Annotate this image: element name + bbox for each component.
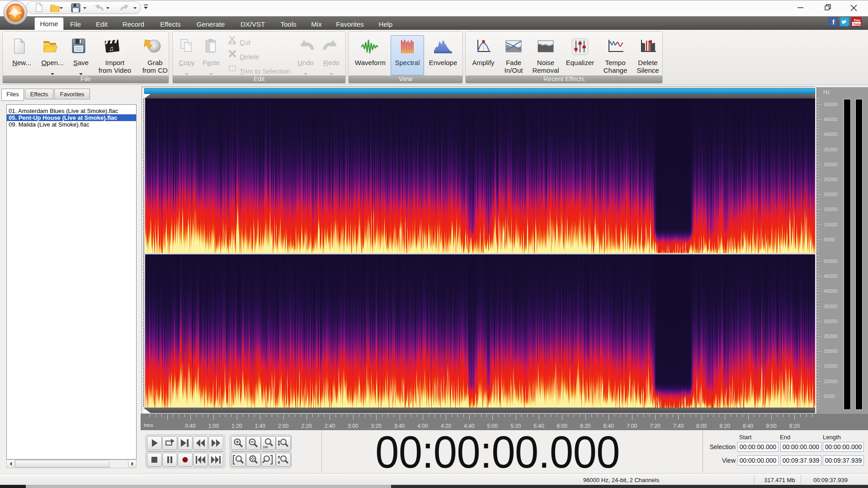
svg-text:Tube: Tube: [853, 22, 862, 26]
svg-text:You: You: [854, 18, 860, 22]
svg-text:100: 100: [263, 446, 268, 449]
svg-text:♫: ♫: [108, 44, 114, 52]
